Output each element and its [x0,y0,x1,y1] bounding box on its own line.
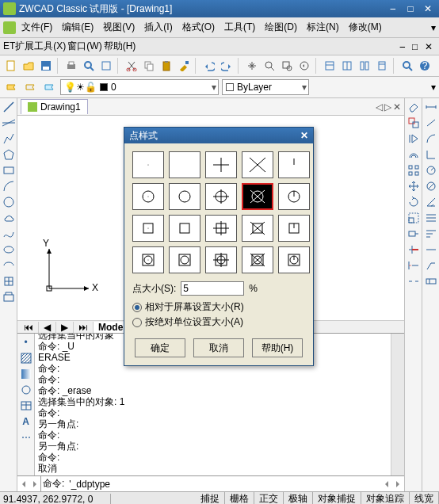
point-style-cell[interactable] [205,151,237,178]
point-style-cell[interactable] [169,215,200,242]
first-tab-button[interactable]: ⏮ [19,322,39,333]
calc-button[interactable] [374,58,390,74]
point-style-cell[interactable] [169,246,200,273]
quick-dim-icon[interactable] [424,211,438,225]
dialog-titlebar[interactable]: 点样式 ✕ [124,128,313,143]
move-icon[interactable] [407,179,421,193]
menu-dim[interactable]: 标注(N) [303,19,343,36]
tab-close-button[interactable]: ✕ [393,101,401,113]
table-icon[interactable] [19,399,33,413]
redo-button[interactable] [219,58,235,74]
ortho-toggle[interactable]: 正交 [254,492,284,504]
size-input[interactable] [181,281,244,296]
matchprop-button[interactable] [176,58,192,74]
menu-window[interactable]: 窗口(W) [67,40,101,53]
break-icon[interactable] [407,274,421,288]
tab-prev-button[interactable]: ◁ [376,101,383,113]
copy-icon[interactable] [407,116,421,130]
layer-iso-button[interactable] [41,79,57,95]
stretch-icon[interactable] [407,227,421,241]
point-style-cell[interactable] [205,215,237,242]
dim-aligned-icon[interactable] [424,116,438,130]
open-button[interactable] [21,58,36,74]
menu-ettools[interactable]: ET扩展工具(X) [3,40,66,53]
maximize-button[interactable]: □ [403,3,418,14]
last-tab-button[interactable]: ⏭ [74,322,94,333]
point-style-cell[interactable] [278,183,310,210]
point-style-cell[interactable] [132,246,164,273]
dim-angular-icon[interactable] [424,195,438,209]
menu-file[interactable]: 文件(F) [17,19,56,36]
new-button[interactable] [3,58,19,74]
menu-tools[interactable]: 工具(T) [220,19,259,36]
menu-modify[interactable]: 修改(M) [345,19,386,36]
save-button[interactable] [38,58,54,74]
cut-button[interactable] [124,58,139,74]
zoom-window-button[interactable] [279,58,295,74]
block-icon[interactable] [2,290,16,304]
mdi-restore-button[interactable]: □ [412,41,423,52]
print-button[interactable] [63,58,79,74]
layer-combo[interactable]: 💡 ☀ 🔓 0 ▾ [60,79,219,95]
extend-icon[interactable] [407,258,421,273]
point-style-cell[interactable] [242,151,273,178]
point-style-cell[interactable] [132,183,164,210]
undo-button[interactable] [201,58,217,74]
point-style-cell[interactable] [205,246,237,273]
prev-tab-button[interactable]: ◀ [39,322,56,333]
mdi-minimize-button[interactable]: ‒ [399,41,410,52]
polar-toggle[interactable]: 极轴 [284,492,313,504]
point-icon[interactable]: • [19,335,33,349]
dlg-help-button[interactable]: 帮助(H) [252,338,303,357]
toolbar-overflow-button[interactable]: ▾ [431,82,436,93]
point-style-cell[interactable] [169,151,200,178]
radio-screen[interactable]: 相对于屏幕设置大小(R) [132,300,305,314]
dim-ord-icon[interactable] [424,147,438,162]
continue-icon[interactable] [424,242,438,257]
gradient-icon[interactable] [19,367,33,381]
line-icon[interactable] [2,100,16,114]
pan-button[interactable] [244,58,260,74]
dialog-close-button[interactable]: ✕ [300,130,308,141]
point-style-cell[interactable] [242,183,273,210]
osnap-toggle[interactable]: 对象捕捉 [313,492,361,504]
revcloud-icon[interactable] [2,211,16,225]
publish-button[interactable] [98,58,114,74]
next-tab-button[interactable]: ▶ [56,322,74,333]
hatch-icon[interactable] [19,351,33,365]
color-combo[interactable]: ByLayer ▾ [222,79,309,95]
grid-toggle[interactable]: 栅格 [225,492,254,504]
scrollbar[interactable] [391,334,404,475]
erase-icon[interactable] [407,100,421,114]
polyline-icon[interactable] [2,132,16,146]
ok-button[interactable]: 确定 [135,338,185,357]
paste-button[interactable] [158,58,174,74]
cmdline-right-grip[interactable] [380,476,404,492]
point-style-cell[interactable] [132,151,164,178]
radio-abs[interactable]: 按绝对单位设置大小(A) [132,315,305,329]
polygon-icon[interactable] [2,147,16,162]
spline-icon[interactable] [2,227,16,241]
designcenter-button[interactable] [339,58,355,74]
point-style-cell[interactable] [278,151,310,178]
layer-props-button[interactable] [3,79,19,95]
dim-arc-icon[interactable] [424,132,438,146]
dim-linear-icon[interactable] [424,100,438,114]
point-style-cell[interactable] [132,215,164,242]
xline-icon[interactable] [2,116,16,130]
menu-draw[interactable]: 绘图(D) [261,19,301,36]
copy-button[interactable] [141,58,157,74]
point-style-cell[interactable] [205,183,237,210]
lwt-toggle[interactable]: 线宽 [410,492,439,504]
props-button[interactable] [322,58,338,74]
dim-diameter-icon[interactable] [424,179,438,193]
cmdline-grip[interactable] [17,476,41,491]
document-tab[interactable]: Drawing1 [21,99,88,114]
dim-radius-icon[interactable] [424,163,438,178]
region-icon[interactable] [19,383,33,397]
help-button[interactable]: ? [417,58,433,74]
insert-icon[interactable] [2,274,16,288]
array-icon[interactable] [407,163,421,178]
ellipsearc-icon[interactable] [2,258,16,273]
point-style-cell[interactable] [242,246,273,273]
